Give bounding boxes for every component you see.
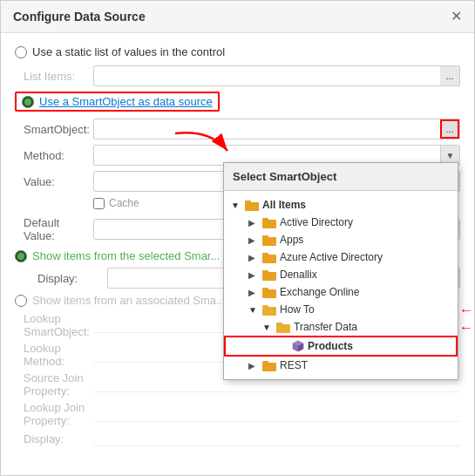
folder-icon-active-directory xyxy=(262,217,276,228)
configure-data-source-dialog: Configure Data Source ✕ Use a static lis… xyxy=(0,0,475,476)
arrow-how-to: ▼ xyxy=(248,305,259,315)
show-items-selected-label: Show items from the selected Smar... xyxy=(32,249,220,262)
arrow-active-directory: ▶ xyxy=(248,218,259,228)
tree-item-denallix[interactable]: ▶ Denallix xyxy=(224,266,458,283)
label-how-to: How To xyxy=(280,303,315,316)
show-items-associated-radio[interactable] xyxy=(15,295,27,307)
show-items-selected-radio[interactable] xyxy=(15,250,27,262)
arrow-azure-active-directory: ▶ xyxy=(248,253,259,262)
svg-rect-14 xyxy=(276,324,290,333)
transfer-data-wrapper: ▼ Transfer Data ← xyxy=(224,318,458,336)
svg-rect-11 xyxy=(262,288,268,290)
label-apps: Apps xyxy=(280,234,303,246)
label-denallix: Denallix xyxy=(280,269,317,281)
source-join-label: Source Join Property: xyxy=(24,371,93,398)
list-items-row: List Items: ... xyxy=(15,65,460,86)
svg-rect-3 xyxy=(262,218,268,221)
tree-item-all-items[interactable]: ▼ All Items xyxy=(224,196,458,214)
label-rest: REST xyxy=(280,359,308,371)
cube-icon-products xyxy=(292,340,304,352)
svg-rect-10 xyxy=(262,289,276,298)
static-list-label: Use a static list of values in the contr… xyxy=(32,45,225,58)
dialog-body: Use a static list of values in the contr… xyxy=(1,33,474,475)
label-exchange-online: Exchange Online xyxy=(280,286,359,298)
arrow-apps: ▶ xyxy=(248,235,259,245)
folder-icon-how-to xyxy=(262,304,276,316)
display-label: Display: xyxy=(37,272,107,285)
label-transfer-data: Transfer Data xyxy=(294,321,357,333)
tree-item-azure-active-directory[interactable]: ▶ Azure Active Directory xyxy=(224,248,458,266)
label-all-items: All Items xyxy=(262,199,306,211)
arrow-rest: ▶ xyxy=(248,361,259,371)
smartobject-popup: Select SmartObject ▼ All Items ▶ Active … xyxy=(223,162,458,380)
arrow-exchange-online: ▶ xyxy=(248,288,259,297)
red-arrow-transfer-data: ← xyxy=(459,320,473,336)
lookup-method-label: Lookup Method: xyxy=(24,342,93,368)
tree-item-how-to[interactable]: ▼ How To xyxy=(224,301,458,318)
svg-rect-0 xyxy=(245,202,259,211)
tree-container: ▼ All Items ▶ Active Directory ▶ Apps xyxy=(224,191,458,379)
smartobject-ellipsis-button[interactable]: ... xyxy=(440,119,459,139)
smartobject-field-label: SmartObject: xyxy=(24,123,93,136)
svg-rect-20 xyxy=(262,363,276,371)
tree-item-transfer-data[interactable]: ▼ Transfer Data xyxy=(224,318,458,336)
smartobject-field-row: SmartObject: ... xyxy=(15,119,460,139)
default-value-label: Default Value: xyxy=(24,216,93,242)
arrow-all-items: ▼ xyxy=(231,201,241,210)
svg-rect-6 xyxy=(262,255,276,263)
arrow-transfer-data: ▼ xyxy=(262,323,273,332)
svg-rect-12 xyxy=(262,307,276,316)
cache-checkbox[interactable] xyxy=(93,198,105,209)
svg-rect-13 xyxy=(262,305,268,308)
close-button[interactable]: ✕ xyxy=(451,10,462,24)
smartobject-option-bordered: Use a SmartObject as data source xyxy=(15,92,220,112)
show-items-associated-label: Show items from an associated Sma... xyxy=(32,294,226,307)
folder-icon-exchange-online xyxy=(262,287,276,298)
display2-row: Display: xyxy=(15,431,460,446)
method-label: Method: xyxy=(24,149,93,162)
how-to-wrapper: ▼ How To ← xyxy=(224,301,458,318)
folder-icon-denallix xyxy=(262,269,276,281)
svg-rect-7 xyxy=(262,253,268,255)
list-items-label: List Items: xyxy=(24,70,93,83)
tree-item-products[interactable]: Products xyxy=(224,336,458,357)
list-items-ellipsis-button[interactable]: ... xyxy=(440,66,459,85)
tree-item-rest[interactable]: ▶ REST xyxy=(224,357,458,374)
svg-rect-8 xyxy=(262,272,276,281)
arrow-denallix: ▶ xyxy=(248,270,259,280)
label-azure-active-directory: Azure Active Directory xyxy=(280,251,383,263)
static-list-radio[interactable] xyxy=(15,46,27,58)
lookup-join-row: Lookup Join Property: xyxy=(15,401,460,427)
tree-item-exchange-online[interactable]: ▶ Exchange Online xyxy=(224,283,458,301)
svg-rect-21 xyxy=(262,361,268,364)
lookup-join-label: Lookup Join Property: xyxy=(24,401,93,427)
smartobject-input-container: ... xyxy=(93,119,460,139)
smartobject-option-row: Use a SmartObject as data source xyxy=(15,92,460,112)
display2-label: Display: xyxy=(24,432,93,445)
list-items-input-container: ... xyxy=(93,65,460,86)
svg-rect-5 xyxy=(262,235,268,238)
svg-rect-15 xyxy=(276,323,282,325)
cache-label: Cache xyxy=(109,197,139,209)
popup-title: Select SmartObject xyxy=(224,163,458,191)
smartobject-option-label: Use a SmartObject as data source xyxy=(39,95,213,108)
svg-rect-1 xyxy=(245,201,251,203)
folder-icon-azure-active-directory xyxy=(262,252,276,263)
folder-icon-transfer-data xyxy=(276,322,290,333)
dialog-header: Configure Data Source ✕ xyxy=(1,1,474,33)
smartobject-radio[interactable] xyxy=(22,96,34,108)
red-arrow-how-to: ← xyxy=(459,303,473,318)
tree-item-active-directory[interactable]: ▶ Active Directory xyxy=(224,214,458,231)
label-products: Products xyxy=(308,340,353,352)
svg-rect-4 xyxy=(262,237,276,246)
folder-icon-apps xyxy=(262,235,276,246)
label-active-directory: Active Directory xyxy=(280,216,353,228)
lookup-smartobject-label: Lookup SmartObject: xyxy=(24,312,93,338)
folder-icon-all-items xyxy=(245,200,259,211)
static-list-option-row: Use a static list of values in the contr… xyxy=(15,45,460,58)
dialog-title: Configure Data Source xyxy=(13,10,146,24)
svg-rect-2 xyxy=(262,220,276,228)
tree-item-apps[interactable]: ▶ Apps xyxy=(224,231,458,248)
folder-icon-rest xyxy=(262,360,276,371)
svg-rect-9 xyxy=(262,270,268,273)
